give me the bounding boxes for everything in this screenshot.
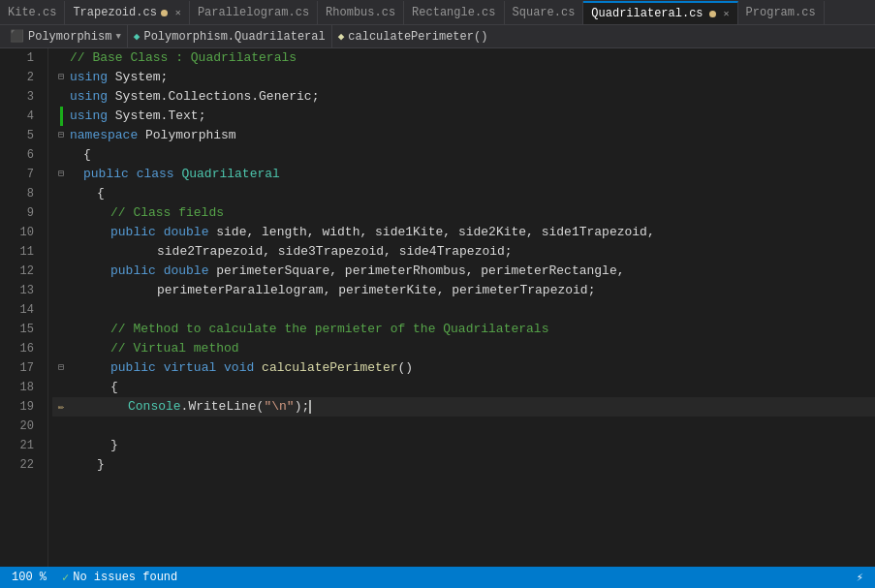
- code-line-13: perimeterParallelogram, perimeterKite, p…: [52, 281, 875, 300]
- line8-code: {: [97, 184, 105, 203]
- caret-item[interactable]: ⚡: [853, 567, 867, 588]
- tab-trapezoid[interactable]: Trapezoid.cs ✕: [65, 1, 189, 24]
- gutter-14: [52, 300, 70, 320]
- line3-code: using System.Collections.Generic;: [70, 87, 319, 107]
- tab-kite-label: Kite.cs: [8, 6, 56, 19]
- tab-trapezoid-close[interactable]: ✕: [175, 7, 181, 18]
- line7-code: public class Quadrilateral: [83, 165, 280, 184]
- line-num-3: 3: [0, 87, 40, 107]
- issues-item[interactable]: ✓ No issues found: [58, 567, 181, 588]
- gutter-9: [52, 203, 70, 223]
- tab-bar: Kite.cs Trapezoid.cs ✕ Parallelogram.cs …: [0, 0, 875, 25]
- gutter-12: [52, 262, 70, 281]
- code-line-10: public double side, length, width, side1…: [52, 223, 875, 242]
- line13-code: perimeterParallelogram, perimeterKite, p…: [157, 281, 595, 300]
- tab-square-label: Square.cs: [513, 6, 576, 19]
- code-line-9: // Class fields: [52, 203, 875, 223]
- code-line-2: ⊟ using System;: [52, 68, 875, 87]
- line-num-7: 7: [0, 165, 40, 184]
- line9-code: // Class fields: [110, 203, 224, 223]
- line2-code: using System;: [70, 68, 168, 87]
- breadcrumb-class-section[interactable]: ◆ Polymorphism.Quadrilateral: [128, 25, 332, 47]
- line5-code: namespace Polymorphism: [70, 126, 236, 145]
- line-num-21: 21: [0, 436, 40, 455]
- code-line-6: {: [52, 145, 875, 165]
- tab-parallelogram[interactable]: Parallelogram.cs: [190, 1, 318, 24]
- code-content[interactable]: // Base Class : Quadrilaterals ⊟ using S…: [48, 48, 875, 567]
- tab-rhombus-label: Rhombus.cs: [326, 6, 395, 19]
- tab-trapezoid-dot: [161, 10, 168, 16]
- collapse-icon-2[interactable]: ⊟: [58, 68, 64, 87]
- code-line-5: ⊟ namespace Polymorphism: [52, 126, 875, 145]
- tab-quadrilateral-close[interactable]: ✕: [724, 8, 730, 19]
- breadcrumb-namespace-section[interactable]: ⬛ Polymorphism ▼: [4, 25, 128, 47]
- code-line-12: public double perimeterSquare, perimeter…: [52, 262, 875, 281]
- line22-code: }: [97, 455, 105, 475]
- line-num-5: 5: [0, 126, 40, 145]
- line21-code: }: [110, 436, 118, 455]
- collapse-icon-5[interactable]: ⊟: [58, 126, 64, 145]
- zoom-item[interactable]: 100 %: [8, 567, 50, 588]
- line-num-20: 20: [0, 417, 40, 436]
- collapse-icon-7[interactable]: ⊟: [58, 165, 64, 184]
- code-line-22: }: [52, 455, 875, 475]
- tab-rectangle[interactable]: Rectangle.cs: [404, 1, 504, 24]
- collapse-icon-17[interactable]: ⊟: [58, 358, 64, 378]
- code-line-17: ⊟ public virtual void calculatePerimeter…: [52, 358, 875, 378]
- tab-quadrilateral[interactable]: Quadrilateral.cs ✕: [583, 1, 737, 24]
- gutter-1: [52, 48, 70, 68]
- line16-code: // Virtual method: [110, 339, 239, 358]
- line15-code: // Method to calculate the permieter of …: [110, 320, 548, 339]
- tab-program[interactable]: Program.cs: [738, 1, 825, 24]
- namespace-icon: ⬛: [10, 29, 24, 44]
- tab-rectangle-label: Rectangle.cs: [412, 6, 495, 19]
- line-num-4: 4: [0, 107, 40, 126]
- line-num-16: 16: [0, 339, 40, 358]
- tab-square[interactable]: Square.cs: [505, 1, 584, 24]
- tab-rhombus[interactable]: Rhombus.cs: [318, 1, 404, 24]
- gutter-16: [52, 339, 70, 358]
- gutter-10: [52, 223, 70, 242]
- line-num-15: 15: [0, 320, 40, 339]
- code-line-3: using System.Collections.Generic;: [52, 87, 875, 107]
- gutter-4: [52, 107, 70, 126]
- caret-icon: ⚡: [857, 571, 863, 585]
- gutter-19: ✏: [52, 397, 70, 417]
- gutter-11: [52, 242, 70, 262]
- tab-quadrilateral-label: Quadrilateral.cs: [591, 7, 703, 20]
- breadcrumb-class: Polymorphism.Quadrilateral: [143, 30, 325, 44]
- gutter-3: [52, 87, 70, 107]
- gutter-17: ⊟: [52, 358, 70, 378]
- gutter-6: [52, 145, 70, 165]
- tab-program-label: Program.cs: [746, 6, 816, 19]
- line-num-9: 9: [0, 203, 40, 223]
- line-num-1: 1: [0, 48, 40, 68]
- line-num-13: 13: [0, 281, 40, 300]
- tab-parallelogram-label: Parallelogram.cs: [198, 6, 309, 19]
- gutter-7: ⊟: [52, 165, 70, 184]
- code-line-19: ✏ Console.WriteLine("\n");: [52, 397, 875, 417]
- line1-code: // Base Class : Quadrilaterals: [70, 48, 297, 68]
- gutter-13: [52, 281, 70, 300]
- gutter-5: ⊟: [52, 126, 70, 145]
- tab-kite[interactable]: Kite.cs: [0, 1, 65, 24]
- code-line-20: [52, 417, 875, 436]
- line12-code: public double perimeterSquare, perimeter…: [110, 262, 625, 281]
- code-line-7: ⊟ public class Quadrilateral: [52, 165, 875, 184]
- code-line-8: {: [52, 184, 875, 203]
- breadcrumb-bar: ⬛ Polymorphism ▼ ◆ Polymorphism.Quadrila…: [0, 25, 875, 48]
- gutter-18: [52, 378, 70, 397]
- code-line-11: side2Trapezoid, side3Trapezoid, side4Tra…: [52, 242, 875, 262]
- gutter-21: [52, 436, 70, 455]
- text-cursor: [309, 400, 311, 414]
- line-num-11: 11: [0, 242, 40, 262]
- line-num-17: 17: [0, 358, 40, 378]
- code-line-21: }: [52, 436, 875, 455]
- line19-code: Console.WriteLine("\n");: [128, 397, 311, 417]
- line-num-12: 12: [0, 262, 40, 281]
- line4-code: using System.Text;: [70, 107, 205, 126]
- line-num-14: 14: [0, 300, 40, 320]
- code-line-14: [52, 300, 875, 320]
- breadcrumb-method-section[interactable]: ◆ calculatePerimeter(): [332, 25, 494, 47]
- line17-code: public virtual void calculatePerimeter(): [110, 358, 413, 378]
